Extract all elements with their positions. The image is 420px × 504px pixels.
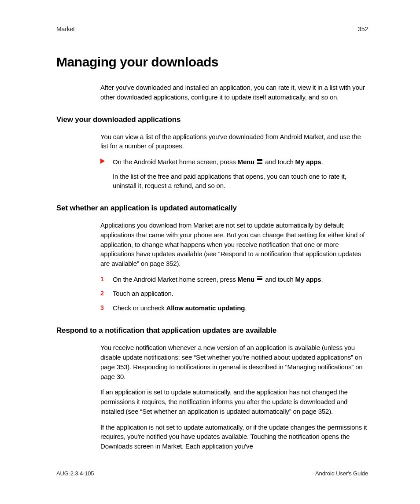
section-heading-auto-update: Set whether an application is updated au…: [56, 204, 368, 213]
bullet-myapps-word: My apps: [295, 158, 321, 166]
step1-menu: Menu: [238, 276, 255, 283]
step3-pre: Check or uncheck: [113, 304, 166, 312]
section-heading-view-downloaded: View your downloaded applications: [56, 115, 368, 124]
header-left: Market: [56, 26, 75, 33]
triangle-bullet-icon: [100, 158, 105, 164]
page-title: Managing your downloads: [56, 55, 368, 70]
section3-p1: You receive notification whenever a new …: [100, 343, 368, 381]
section1-bullet: On the Android Market home screen, press…: [100, 157, 368, 167]
page-footer: AUG-2.3.4-105 Android User's Guide: [56, 470, 368, 477]
step-1: 1 On the Android Market home screen, pre…: [100, 275, 368, 285]
running-header: Market 352: [56, 26, 368, 33]
footer-left: AUG-2.3.4-105: [56, 470, 94, 477]
step-2: 2 Touch an application.: [100, 289, 368, 299]
bullet-text-post: .: [321, 158, 323, 166]
step1-mid: and touch: [263, 276, 295, 283]
section3-p3: If the application is not set to update …: [100, 423, 368, 451]
section3-p2: If an application is set to update autom…: [100, 387, 368, 416]
step-number: 1: [100, 275, 104, 284]
section-heading-respond-notification: Respond to a notification that applicati…: [56, 326, 368, 335]
menu-icon: [257, 158, 262, 165]
step1-post: .: [321, 276, 323, 283]
section1-note: In the list of the free and paid applica…: [113, 172, 368, 191]
bullet-menu-word: Menu: [238, 158, 255, 166]
step-3: 3 Check or uncheck Allow automatic updat…: [100, 303, 368, 313]
bullet-text-pre: On the Android Market home screen, press: [113, 158, 238, 166]
intro-paragraph: After you've downloaded and installed an…: [100, 83, 368, 102]
step2-text: Touch an application.: [113, 290, 173, 297]
step-number: 2: [100, 289, 104, 298]
header-page-number: 352: [358, 26, 368, 33]
step1-myapps: My apps: [295, 276, 321, 283]
footer-right: Android User's Guide: [315, 470, 368, 477]
bullet-text-mid: and touch: [263, 158, 295, 166]
step3-bold: Allow automatic updating: [166, 304, 245, 312]
section1-p1: You can view a list of the applications …: [100, 132, 368, 151]
step1-pre: On the Android Market home screen, press: [113, 276, 238, 283]
step-number: 3: [100, 303, 104, 313]
menu-icon: [257, 276, 262, 282]
step3-post: .: [245, 304, 247, 312]
section2-p1: Applications you download from Market ar…: [100, 221, 368, 269]
